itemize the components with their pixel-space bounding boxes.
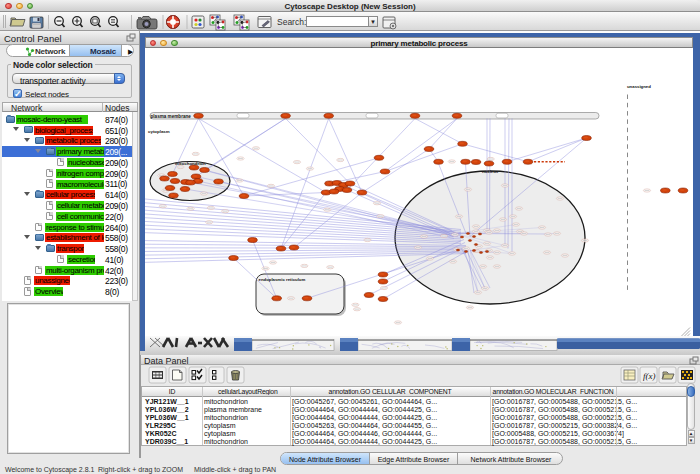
svg-text:cytoplasm: cytoplasm: [148, 129, 170, 134]
svg-text:plasma membrane: plasma membrane: [151, 113, 192, 118]
svg-text:mitochondrion: mitochondrion: [175, 160, 206, 165]
svg-text:f(x): f(x): [643, 371, 656, 381]
svg-text:nucleus: nucleus: [482, 169, 499, 174]
svg-text:unassigned: unassigned: [627, 83, 651, 88]
svg-text:endoplasmic reticulum: endoplasmic reticulum: [259, 276, 306, 281]
